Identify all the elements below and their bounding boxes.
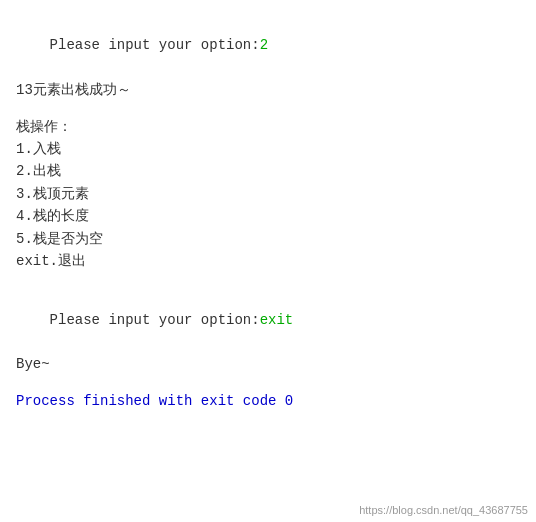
line-op-length: 4.栈的长度 <box>16 205 520 227</box>
line-process-finished: Process finished with exit code 0 <box>16 390 520 412</box>
line-option-2: Please input your option:2 <box>16 12 520 79</box>
line-option-exit: Please input your option:exit <box>16 286 520 353</box>
spacer-3 <box>16 376 520 390</box>
spacer-1 <box>16 102 520 116</box>
line-op-exit: exit.退出 <box>16 250 520 272</box>
prompt-text-1: Please input your option: <box>50 37 260 53</box>
spacer-2 <box>16 272 520 286</box>
watermark: https://blog.csdn.net/qq_43687755 <box>359 504 528 516</box>
line-stack-ops-header: 栈操作： <box>16 116 520 138</box>
line-pop-success: 13元素出栈成功～ <box>16 79 520 101</box>
line-op-pop: 2.出栈 <box>16 160 520 182</box>
prompt-text-2: Please input your option: <box>50 312 260 328</box>
terminal-output: Please input your option:2 13元素出栈成功～ 栈操作… <box>0 0 536 522</box>
input-value-2: 2 <box>260 37 268 53</box>
line-op-push: 1.入栈 <box>16 138 520 160</box>
line-op-empty: 5.栈是否为空 <box>16 228 520 250</box>
line-op-top: 3.栈顶元素 <box>16 183 520 205</box>
input-value-exit: exit <box>260 312 294 328</box>
line-bye: Bye~ <box>16 353 520 375</box>
